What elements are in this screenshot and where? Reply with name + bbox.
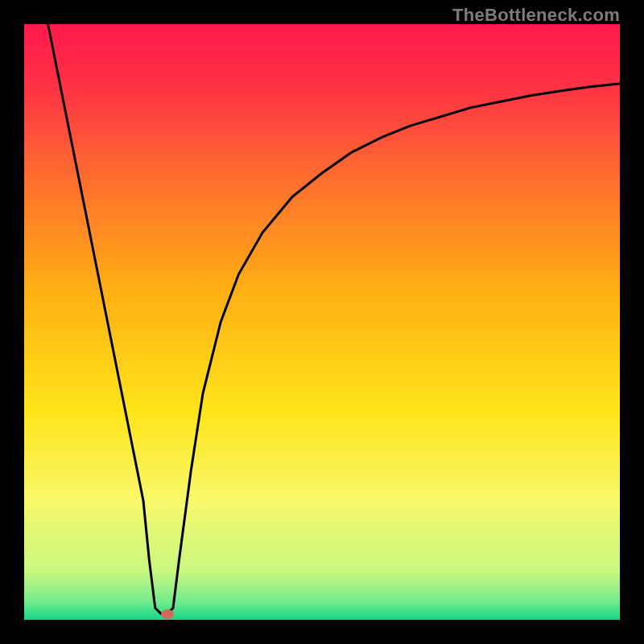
gradient-background [24, 24, 620, 620]
chart-frame [24, 24, 620, 620]
bottleneck-plot [24, 24, 620, 620]
watermark-text: TheBottleneck.com [452, 5, 620, 26]
optimal-point-marker [161, 609, 174, 619]
